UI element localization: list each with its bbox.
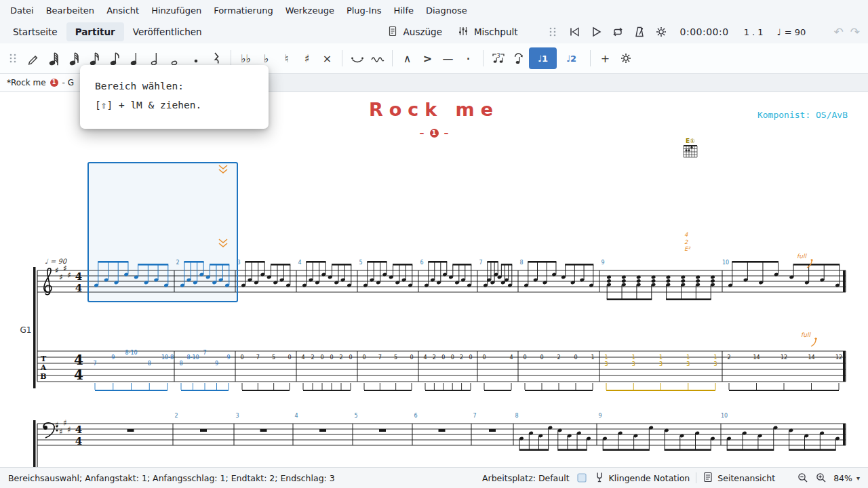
svg-text:7: 7 [203, 350, 206, 356]
flip-direction-icon[interactable] [509, 47, 528, 69]
tenuto[interactable]: — [438, 47, 458, 69]
menu-hinzufgen[interactable]: Hinzufügen [145, 3, 208, 18]
svg-text:2: 2 [727, 354, 730, 361]
svg-text:14: 14 [753, 354, 760, 361]
toolbar-separator [231, 50, 231, 66]
svg-text:4: 4 [75, 282, 82, 294]
selection-handle-middle-icon[interactable] [216, 238, 230, 248]
menu-werkzeuge[interactable]: Werkzeuge [279, 3, 340, 18]
bend-fret-annotation[interactable]: 4 2 E² [684, 231, 690, 253]
play-button[interactable] [587, 22, 606, 41]
menu-ansicht[interactable]: Ansicht [100, 3, 145, 18]
svg-text:6: 6 [414, 413, 417, 419]
svg-text:♯: ♯ [63, 264, 67, 273]
customize-toolbar-icon[interactable] [616, 47, 635, 69]
note-64th-icon[interactable] [43, 47, 63, 69]
svg-text:♩ = 90: ♩ = 90 [45, 258, 68, 265]
svg-text:3: 3 [604, 361, 608, 367]
concert-pitch-toggle[interactable]: Klingende Notation [594, 471, 690, 485]
staccato[interactable]: · [458, 47, 478, 69]
zoom-in-button[interactable] [815, 472, 827, 484]
slur-icon[interactable] [368, 47, 387, 69]
svg-text:4: 4 [298, 260, 301, 266]
svg-text:7: 7 [378, 354, 382, 361]
accidental-double-sharp[interactable]: × [317, 47, 337, 69]
menu-bearbeiten[interactable]: Bearbeiten [40, 3, 100, 18]
menu-plugins[interactable]: Plug-Ins [340, 3, 387, 18]
metronome-button[interactable] [630, 22, 649, 41]
accent[interactable]: > [418, 47, 437, 69]
annotation-line: 2 [684, 239, 690, 246]
playback-settings-gear-icon[interactable] [652, 22, 671, 41]
document-tab-label: *Rock me [7, 78, 46, 87]
chevron-down-icon: ▾ [856, 474, 860, 482]
marcato[interactable]: ∧ [397, 47, 417, 69]
svg-text:1: 1 [604, 354, 608, 361]
menu-formatierung[interactable]: Formatierung [208, 3, 279, 18]
document-icon [387, 25, 399, 39]
tie-icon[interactable] [347, 47, 367, 69]
zoom-out-button[interactable] [797, 472, 809, 484]
svg-text:3: 3 [713, 361, 717, 367]
svg-text:8: 8 [179, 361, 182, 367]
tooltip-line1: Bereich wählen: [95, 77, 256, 96]
voice-1-icon[interactable]: ♩1 [529, 47, 557, 69]
loop-button[interactable] [608, 22, 627, 41]
view-mode-label: Seitenansicht [717, 473, 775, 483]
tuplet-icon[interactable]: 3 [488, 47, 508, 69]
redo-button[interactable]: ↷ [850, 25, 860, 39]
svg-text:12: 12 [781, 354, 787, 361]
svg-text:0: 0 [451, 354, 454, 361]
voice-2-icon[interactable]: ♩2 [557, 47, 585, 69]
playback-beat-display[interactable]: 1 . 1 [744, 27, 764, 37]
menu-diagnose[interactable]: Diagnose [420, 3, 473, 18]
svg-text:0: 0 [320, 354, 323, 361]
svg-text:7: 7 [479, 260, 482, 266]
undo-button[interactable]: ↶ [834, 25, 844, 39]
toolbar-separator [392, 50, 393, 66]
toolbar-separator [483, 50, 484, 66]
menu-hilfe[interactable]: Hilfe [387, 3, 420, 18]
range-selection-box [87, 162, 238, 302]
svg-text:4: 4 [74, 352, 83, 368]
drag-handle-icon[interactable] [3, 47, 22, 69]
accidental-natural[interactable]: ♮ [277, 47, 296, 69]
tab-partitur[interactable]: Partitur [66, 22, 124, 41]
tab-veroeffentlichen[interactable]: Veröffentlichen [124, 22, 211, 41]
accidental-sharp[interactable]: ♯ [297, 47, 317, 69]
svg-text:1: 1 [659, 354, 663, 361]
svg-text:2: 2 [433, 354, 436, 361]
svg-text:10: 10 [722, 260, 729, 266]
zoom-level-selector[interactable]: 84% ▾ [833, 473, 860, 483]
view-mode-selector[interactable]: Seitenansicht [703, 471, 775, 485]
workspace-selector[interactable]: Arbeitsplatz: Default [482, 473, 570, 483]
svg-text:8: 8 [515, 413, 518, 419]
tempo-display[interactable]: ♩ = 90 [777, 27, 806, 37]
playback-time-display[interactable]: 0:00:00:0 [680, 26, 729, 37]
svg-text:5: 5 [272, 354, 275, 361]
note-32nd-icon[interactable] [64, 47, 83, 69]
composer-text[interactable]: Komponist: OS/AvB [757, 110, 848, 120]
mixer-button[interactable]: Mischpult [450, 22, 526, 42]
svg-text:full: full [797, 253, 807, 260]
chord-diagram[interactable]: E① [682, 138, 698, 161]
add[interactable]: + [595, 47, 615, 69]
tuning-fork-icon [594, 471, 605, 485]
note-input-mode-icon[interactable] [23, 47, 43, 69]
color-swatch-icon[interactable] [576, 472, 588, 484]
svg-text:0: 0 [288, 354, 291, 361]
score-subtitle[interactable]: – 1 – [0, 127, 868, 138]
tab-startseite[interactable]: Startseite [4, 22, 66, 41]
rewind-button[interactable] [565, 22, 584, 41]
svg-text:4: 4 [301, 354, 304, 361]
toolbar-separator [590, 50, 591, 66]
svg-text:1: 1 [591, 354, 594, 361]
menu-bar: DateiBearbeitenAnsichtHinzufügenFormatie… [0, 0, 868, 20]
annotation-line: E² [684, 245, 690, 253]
svg-text:♯: ♯ [55, 420, 59, 430]
playback-drag-handle[interactable] [543, 22, 562, 41]
svg-text:3: 3 [686, 361, 690, 367]
menu-datei[interactable]: Datei [4, 3, 40, 18]
excerpts-button[interactable]: Auszüge [379, 22, 450, 42]
selection-handle-top-icon[interactable] [216, 164, 230, 174]
